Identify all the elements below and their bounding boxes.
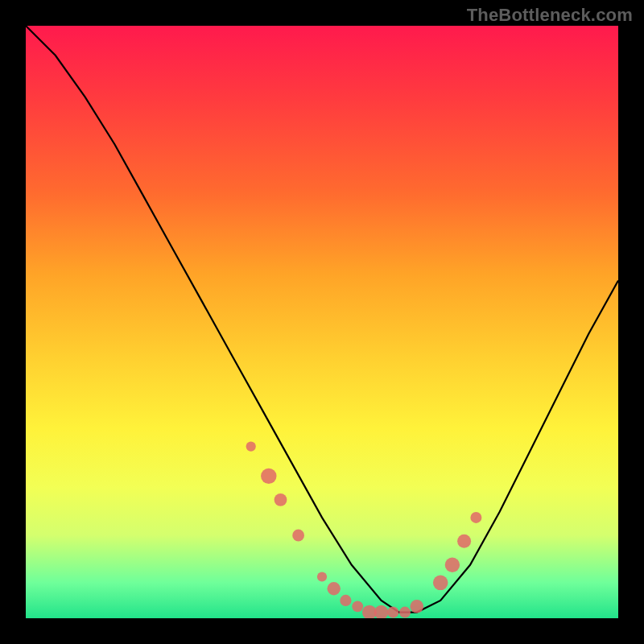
marker-point: [399, 607, 411, 618]
chart-plot-area: [26, 26, 618, 618]
marker-point: [470, 512, 481, 523]
marker-point: [328, 582, 341, 595]
marker-point: [275, 493, 287, 506]
marker-point: [340, 595, 351, 606]
marker-point: [317, 572, 327, 581]
marker-point: [261, 469, 276, 484]
watermark-text: TheBottleneck.com: [467, 5, 633, 26]
marker-point: [374, 605, 389, 618]
chart-svg: [26, 26, 618, 618]
marker-group: [246, 442, 482, 619]
bottleneck-curve-line: [26, 26, 618, 613]
marker-point: [246, 442, 256, 452]
marker-point: [445, 558, 460, 572]
marker-point: [457, 535, 471, 548]
marker-point: [387, 607, 398, 618]
marker-point: [433, 576, 448, 591]
marker-point: [411, 600, 424, 613]
marker-point: [352, 601, 363, 612]
marker-point: [292, 530, 304, 542]
